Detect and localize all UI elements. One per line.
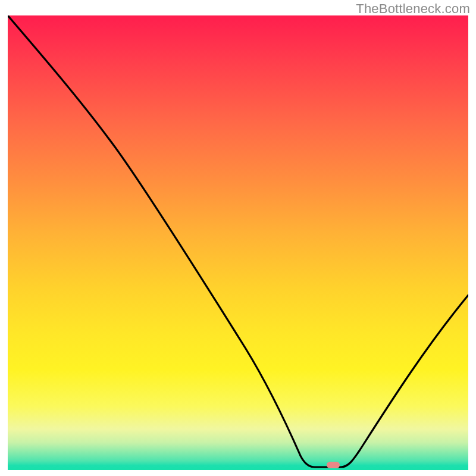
optimum-marker bbox=[327, 462, 340, 468]
gradient-plot-area bbox=[8, 15, 468, 470]
watermark-text: TheBottleneck.com bbox=[356, 1, 470, 17]
bottleneck-curve bbox=[8, 15, 468, 470]
chart-stage: TheBottleneck.com bbox=[0, 0, 476, 476]
